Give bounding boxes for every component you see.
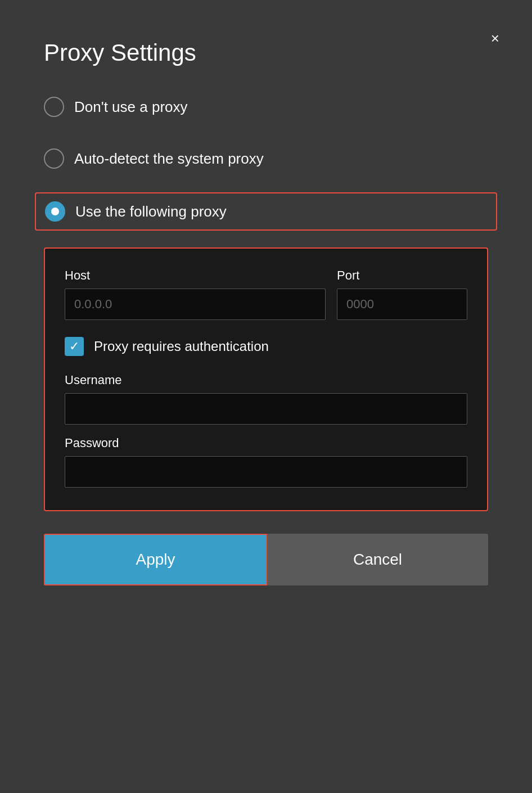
apply-button[interactable]: Apply bbox=[44, 534, 267, 585]
proxy-config-panel: Host Port ✓ Proxy requires authenticatio… bbox=[44, 247, 488, 511]
radio-label-no-proxy: Don't use a proxy bbox=[74, 98, 188, 116]
radio-option-use-following[interactable]: Use the following proxy bbox=[35, 192, 497, 231]
username-input[interactable] bbox=[65, 393, 467, 425]
host-port-row: Host Port bbox=[65, 268, 467, 320]
password-label: Password bbox=[65, 436, 467, 450]
host-label: Host bbox=[65, 268, 326, 283]
auth-checkbox-row[interactable]: ✓ Proxy requires authentication bbox=[65, 337, 467, 356]
proxy-mode-radio-group: Don't use a proxy Auto-detect the system… bbox=[44, 89, 488, 231]
checkmark-icon: ✓ bbox=[69, 340, 79, 353]
radio-circle-no-proxy bbox=[44, 97, 64, 117]
password-input[interactable] bbox=[65, 456, 467, 488]
port-input[interactable] bbox=[337, 289, 467, 320]
close-button[interactable]: × bbox=[491, 31, 499, 46]
host-field-group: Host bbox=[65, 268, 326, 320]
auth-checkbox[interactable]: ✓ bbox=[65, 337, 84, 356]
port-field-group: Port bbox=[337, 268, 467, 320]
radio-option-auto-detect[interactable]: Auto-detect the system proxy bbox=[44, 141, 488, 177]
radio-option-no-proxy[interactable]: Don't use a proxy bbox=[44, 89, 488, 125]
port-label: Port bbox=[337, 268, 467, 283]
cancel-button[interactable]: Cancel bbox=[267, 534, 488, 585]
host-input[interactable] bbox=[65, 289, 326, 320]
proxy-settings-dialog: × Proxy Settings Don't use a proxy Auto-… bbox=[21, 22, 511, 614]
username-label: Username bbox=[65, 373, 467, 388]
dialog-title: Proxy Settings bbox=[44, 39, 488, 66]
username-field-group: Username bbox=[65, 373, 467, 425]
auth-checkbox-label: Proxy requires authentication bbox=[94, 339, 269, 354]
radio-label-auto-detect: Auto-detect the system proxy bbox=[74, 150, 264, 168]
auth-fields: Username Password bbox=[65, 373, 467, 488]
radio-label-use-following: Use the following proxy bbox=[75, 203, 227, 220]
radio-circle-use-following bbox=[45, 201, 65, 222]
password-field-group: Password bbox=[65, 436, 467, 488]
buttons-row: Apply Cancel bbox=[44, 534, 488, 585]
radio-circle-auto-detect bbox=[44, 148, 64, 169]
